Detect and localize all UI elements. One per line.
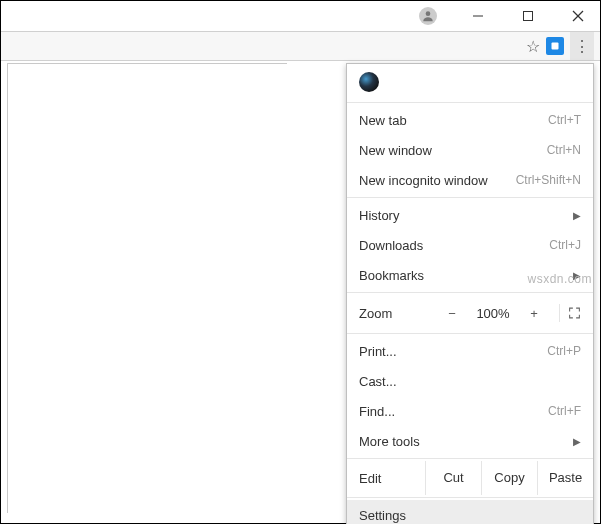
close-icon bbox=[572, 10, 584, 22]
chevron-right-icon: ▶ bbox=[573, 270, 581, 281]
profile-button[interactable] bbox=[414, 2, 442, 30]
menu-button[interactable]: ⋮ bbox=[570, 32, 594, 60]
svg-rect-2 bbox=[524, 12, 533, 21]
chevron-right-icon: ▶ bbox=[573, 436, 581, 447]
menu-item-shortcut: Ctrl+T bbox=[548, 113, 581, 127]
menu-separator bbox=[347, 333, 593, 334]
copy-button[interactable]: Copy bbox=[481, 461, 537, 495]
menu-find[interactable]: Find... Ctrl+F bbox=[347, 396, 593, 426]
menu-cast[interactable]: Cast... bbox=[347, 366, 593, 396]
extension-icon bbox=[549, 40, 561, 52]
menu-edit: Edit Cut Copy Paste bbox=[347, 461, 593, 495]
fullscreen-icon bbox=[568, 306, 581, 320]
menu-item-label: More tools bbox=[359, 434, 420, 449]
menu-item-shortcut: Ctrl+F bbox=[548, 404, 581, 418]
zoom-value: 100% bbox=[473, 306, 513, 321]
menu-separator bbox=[347, 292, 593, 293]
window-titlebar bbox=[1, 1, 600, 31]
menu-item-shortcut: Ctrl+J bbox=[549, 238, 581, 252]
browser-toolbar: ☆ ⋮ bbox=[1, 31, 600, 61]
zoom-out-button[interactable]: − bbox=[441, 306, 463, 321]
menu-item-label: Cast... bbox=[359, 374, 397, 389]
minimize-button[interactable] bbox=[464, 2, 492, 30]
menu-new-incognito[interactable]: New incognito window Ctrl+Shift+N bbox=[347, 165, 593, 195]
edit-label: Edit bbox=[359, 471, 425, 486]
menu-item-label: Print... bbox=[359, 344, 397, 359]
menu-item-label: Downloads bbox=[359, 238, 423, 253]
menu-new-tab[interactable]: New tab Ctrl+T bbox=[347, 105, 593, 135]
menu-item-label: Settings bbox=[359, 508, 406, 523]
menu-more-tools[interactable]: More tools ▶ bbox=[347, 426, 593, 456]
menu-separator bbox=[347, 197, 593, 198]
menu-item-label: Find... bbox=[359, 404, 395, 419]
menu-item-shortcut: Ctrl+Shift+N bbox=[516, 173, 581, 187]
zoom-in-button[interactable]: + bbox=[523, 306, 545, 321]
chevron-right-icon: ▶ bbox=[573, 210, 581, 221]
close-window-button[interactable] bbox=[564, 2, 592, 30]
minimize-icon bbox=[472, 10, 484, 22]
menu-settings[interactable]: Settings bbox=[347, 500, 593, 524]
kebab-icon: ⋮ bbox=[574, 37, 590, 56]
maximize-icon bbox=[522, 10, 534, 22]
fullscreen-button[interactable] bbox=[559, 304, 581, 322]
menu-item-label: Bookmarks bbox=[359, 268, 424, 283]
cut-button[interactable]: Cut bbox=[425, 461, 481, 495]
menu-item-label: New window bbox=[359, 143, 432, 158]
chrome-menu: New tab Ctrl+T New window Ctrl+N New inc… bbox=[346, 63, 594, 524]
menu-item-shortcut: Ctrl+N bbox=[547, 143, 581, 157]
page-content-frame bbox=[7, 63, 287, 513]
menu-bookmarks[interactable]: Bookmarks ▶ bbox=[347, 260, 593, 290]
menu-header bbox=[347, 64, 593, 100]
menu-downloads[interactable]: Downloads Ctrl+J bbox=[347, 230, 593, 260]
menu-history[interactable]: History ▶ bbox=[347, 200, 593, 230]
menu-separator bbox=[347, 102, 593, 103]
menu-new-window[interactable]: New window Ctrl+N bbox=[347, 135, 593, 165]
menu-item-label: New incognito window bbox=[359, 173, 488, 188]
svg-rect-5 bbox=[552, 43, 559, 50]
paste-button[interactable]: Paste bbox=[537, 461, 593, 495]
browser-logo-icon bbox=[359, 72, 379, 92]
menu-item-shortcut: Ctrl+P bbox=[547, 344, 581, 358]
menu-zoom: Zoom − 100% + bbox=[347, 295, 593, 331]
menu-item-label: New tab bbox=[359, 113, 407, 128]
svg-point-0 bbox=[426, 11, 431, 16]
maximize-button[interactable] bbox=[514, 2, 542, 30]
menu-separator bbox=[347, 458, 593, 459]
menu-print[interactable]: Print... Ctrl+P bbox=[347, 336, 593, 366]
menu-separator bbox=[347, 497, 593, 498]
bookmark-star-icon[interactable]: ☆ bbox=[526, 37, 540, 56]
extension-button[interactable] bbox=[546, 37, 564, 55]
user-icon bbox=[419, 7, 437, 25]
zoom-label: Zoom bbox=[359, 306, 431, 321]
menu-item-label: History bbox=[359, 208, 399, 223]
